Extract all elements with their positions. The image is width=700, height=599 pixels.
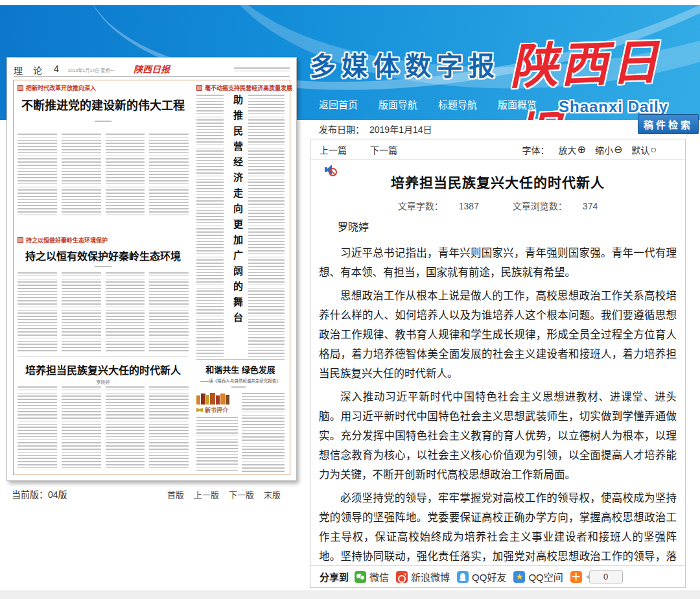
share-count-bubble[interactable]: 0 [589, 570, 623, 583]
article-meta: 文章字数：1387 文章浏览数：374 [310, 199, 685, 212]
private-economy-article: 助推民营经济走向更加广阔的舞台 [196, 95, 285, 357]
article-reader-panel: 上一篇 下一篇 字体： 放大 ⊕ 缩小 ⊖ 默认 ○ 培养担当民族复兴大任的时代… [310, 139, 686, 588]
paper-editors-line-placeholder [234, 67, 290, 71]
author-placeholder [95, 266, 111, 269]
kicker-private-economy: 毫不动摇支持民营经济高质量发展 [196, 84, 292, 92]
divider [18, 357, 189, 357]
share-wechat-link[interactable]: 微信 [369, 570, 389, 583]
word-count-value: 1387 [459, 201, 479, 211]
author-placeholder [95, 121, 111, 124]
paragraph: 必须坚持党的领导，牢牢掌握党对高校工作的领导权，使高校成为坚持党的领导的坚强阵地… [319, 488, 677, 565]
paragraph: 习近平总书记指出，青年兴则国家兴，青年强则国家强。青年一代有理想、有本领、有担当… [319, 243, 677, 282]
font-zoom-in-button[interactable]: 放大 ⊕ [559, 143, 586, 156]
wechat-icon[interactable] [355, 571, 366, 583]
reset-circle-icon: ○ [650, 145, 657, 155]
paragraph: 思想政治工作从根本上说是做人的工作，高校思想政治工作关系高校培养什么样的人、如何… [319, 286, 677, 383]
share-qq-link[interactable]: QQ好友 [472, 570, 506, 583]
nav-home[interactable]: 返回首页 [319, 97, 358, 111]
text-column-placeholder [196, 95, 224, 357]
qq-icon[interactable] [457, 571, 469, 583]
book-spines-graphic [196, 393, 238, 405]
site-title: 多媒体数字报 [310, 45, 500, 83]
publish-date-row: 发布日期：2019年1月14日 [319, 123, 432, 135]
nav-page-overview[interactable]: 版面概览 [498, 97, 537, 111]
new-book-review-badge: 新书评介 [196, 406, 238, 414]
share-qzone-link[interactable]: QQ空间 [528, 570, 563, 583]
headline-private-economy-vertical[interactable]: 助推民营经济走向更加广阔的舞台 [228, 95, 244, 357]
article-title: 培养担当民族复兴大任的时代新人 [310, 172, 685, 191]
text-columns [18, 386, 189, 471]
manuscript-search-button[interactable]: 稿件检索 [638, 114, 699, 134]
subtitle-book-report: ——读《陕西人与自然和谐共生研究报告》 [196, 377, 285, 384]
font-reset-button[interactable]: 默认 ○ [631, 143, 657, 156]
zoom-in-circle-icon: ⊕ [578, 145, 586, 155]
nav-page-navigation[interactable]: 版面导航 [379, 97, 417, 111]
paper-head-rule [14, 76, 290, 77]
pager-first[interactable]: 首版 [167, 488, 184, 500]
headline-party-building[interactable]: 不断推进党的建设新的伟大工程 [18, 96, 189, 113]
share-bar: 分享到 微信 新浪微博 QQ好友 ★ QQ空间 ＋ 0 [310, 565, 685, 587]
word-count-label: 文章字数： [398, 201, 443, 211]
headline-new-era-people[interactable]: 培养担当民族复兴大任的时代新人 [18, 362, 189, 377]
pager-next[interactable]: 下一版 [229, 488, 254, 500]
book-review-block: 新书评介 [196, 393, 285, 472]
newspaper-page-thumbnail[interactable]: 理 论 4 2019年1月14日 星期一 陕西日报 把新时代改革开放推向深入 不… [6, 57, 297, 481]
more-share-icon[interactable]: ＋ [570, 571, 582, 583]
author-luo-xiaoting: 罗晓婷 [18, 379, 189, 385]
text-columns [18, 134, 189, 215]
pager-prev[interactable]: 上一版 [194, 488, 219, 500]
text-column-placeholder [248, 95, 285, 357]
zoom-out-circle-icon: ⊖ [614, 145, 622, 155]
headline-green-development[interactable]: 和谐共生 绿色发展 [196, 363, 285, 375]
footer-strip [0, 591, 700, 599]
author-placeholder [231, 386, 246, 390]
kicker-square-icon [196, 85, 202, 91]
pager-last[interactable]: 末版 [264, 488, 281, 500]
text-column-placeholder [196, 417, 238, 472]
sina-weibo-icon[interactable] [396, 571, 408, 583]
font-size-label: 字体： [522, 143, 550, 156]
article-author: 罗晓婷 [338, 218, 369, 234]
article-body: 习近平总书记指出，青年兴则国家兴，青年强则国家强。青年一代有理想、有本领、有担当… [319, 243, 677, 565]
paragraph: 深入推动习近平新时代中国特色社会主义思想进教材、进课堂、进头脑。用习近平新时代中… [319, 387, 677, 484]
headline-qinling-ecology[interactable]: 持之以恒有效保护好秦岭生态环境 [18, 248, 189, 263]
view-count-value: 374 [583, 201, 598, 211]
nav-title-navigation[interactable]: 标题导航 [438, 97, 477, 111]
article-toolbar: 上一篇 下一篇 字体： 放大 ⊕ 缩小 ⊖ 默认 ○ [310, 139, 685, 160]
page-pager: 当前版：04版 首版 上一版 下一版 末版 [6, 487, 296, 500]
publish-date-label: 发布日期： [319, 124, 364, 135]
publish-date-value: 2019年1月14日 [369, 124, 432, 135]
banner-nav: 返回首页 版面导航 标题导航 版面概览 [319, 97, 537, 111]
kicker-square-icon [18, 85, 23, 91]
paper-content-area: 把新时代改革开放推向深入 不断推进党的建设新的伟大工程 持之以恒做好秦岭生态环境… [13, 80, 290, 475]
next-article-link[interactable]: 下一篇 [370, 143, 397, 156]
current-page-label: 当前版：04版 [12, 487, 67, 500]
text-columns [18, 272, 189, 351]
kicker-reform: 把新时代改革开放推向深入 [18, 84, 96, 92]
share-to-label: 分享到 [320, 570, 349, 583]
view-count-label: 文章浏览数： [513, 201, 567, 211]
prev-article-link[interactable]: 上一篇 [320, 143, 347, 156]
share-weibo-link[interactable]: 新浪微博 [411, 570, 450, 583]
qzone-star-icon[interactable]: ★ [513, 571, 525, 583]
open-book-icon [196, 408, 203, 412]
text-column-placeholder [242, 393, 285, 472]
divider [196, 359, 285, 360]
kicker-qinling: 持之以恒做好秦岭生态环境保护 [18, 236, 108, 244]
paper-masthead-row: 理 论 4 2019年1月14日 星期一 陕西日报 [14, 62, 290, 75]
font-zoom-out-button[interactable]: 缩小 ⊖ [595, 143, 622, 156]
shaanxi-daily-logo-en: Shaanxi Daily [559, 98, 668, 116]
kicker-square-icon [18, 237, 23, 243]
